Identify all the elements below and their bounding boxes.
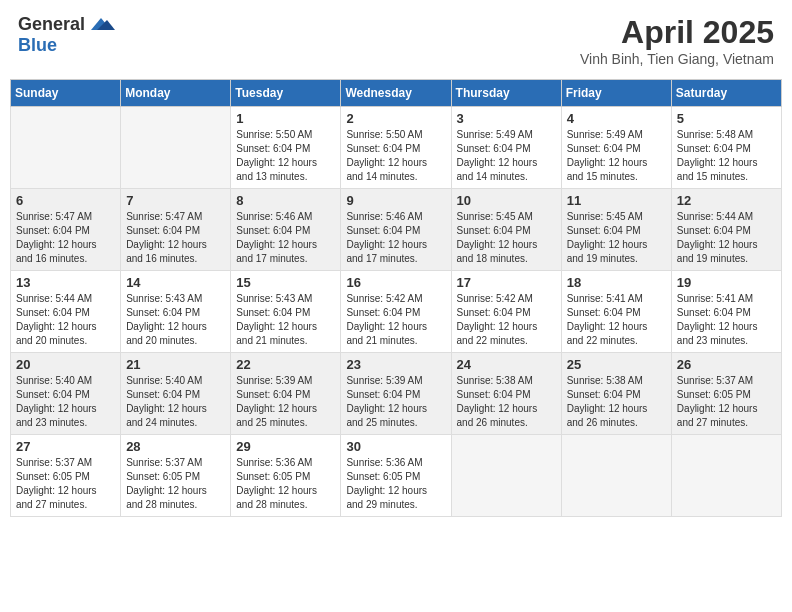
title-section: April 2025 Vinh Binh, Tien Giang, Vietna… [580, 14, 774, 67]
day-number: 10 [457, 193, 556, 208]
day-number: 17 [457, 275, 556, 290]
calendar-day-cell: 26Sunrise: 5:37 AMSunset: 6:05 PMDayligh… [671, 353, 781, 435]
calendar-day-cell: 23Sunrise: 5:39 AMSunset: 6:04 PMDayligh… [341, 353, 451, 435]
calendar-day-cell: 9Sunrise: 5:46 AMSunset: 6:04 PMDaylight… [341, 189, 451, 271]
day-number: 16 [346, 275, 445, 290]
day-number: 19 [677, 275, 776, 290]
calendar-day-cell: 10Sunrise: 5:45 AMSunset: 6:04 PMDayligh… [451, 189, 561, 271]
calendar-week-row: 20Sunrise: 5:40 AMSunset: 6:04 PMDayligh… [11, 353, 782, 435]
day-number: 2 [346, 111, 445, 126]
day-number: 8 [236, 193, 335, 208]
day-number: 26 [677, 357, 776, 372]
day-number: 14 [126, 275, 225, 290]
day-info: Sunrise: 5:50 AMSunset: 6:04 PMDaylight:… [236, 128, 335, 184]
day-info: Sunrise: 5:48 AMSunset: 6:04 PMDaylight:… [677, 128, 776, 184]
day-info: Sunrise: 5:44 AMSunset: 6:04 PMDaylight:… [677, 210, 776, 266]
calendar-week-row: 27Sunrise: 5:37 AMSunset: 6:05 PMDayligh… [11, 435, 782, 517]
day-number: 24 [457, 357, 556, 372]
calendar-day-cell: 24Sunrise: 5:38 AMSunset: 6:04 PMDayligh… [451, 353, 561, 435]
calendar-day-cell: 29Sunrise: 5:36 AMSunset: 6:05 PMDayligh… [231, 435, 341, 517]
calendar-day-cell: 2Sunrise: 5:50 AMSunset: 6:04 PMDaylight… [341, 107, 451, 189]
calendar-day-cell: 18Sunrise: 5:41 AMSunset: 6:04 PMDayligh… [561, 271, 671, 353]
day-number: 15 [236, 275, 335, 290]
calendar-day-cell [671, 435, 781, 517]
day-number: 6 [16, 193, 115, 208]
day-info: Sunrise: 5:46 AMSunset: 6:04 PMDaylight:… [236, 210, 335, 266]
calendar-day-cell [451, 435, 561, 517]
day-info: Sunrise: 5:39 AMSunset: 6:04 PMDaylight:… [346, 374, 445, 430]
calendar-day-cell: 12Sunrise: 5:44 AMSunset: 6:04 PMDayligh… [671, 189, 781, 271]
day-info: Sunrise: 5:42 AMSunset: 6:04 PMDaylight:… [346, 292, 445, 348]
calendar-day-cell [11, 107, 121, 189]
day-info: Sunrise: 5:37 AMSunset: 6:05 PMDaylight:… [16, 456, 115, 512]
calendar-table: SundayMondayTuesdayWednesdayThursdayFrid… [10, 79, 782, 517]
day-info: Sunrise: 5:41 AMSunset: 6:04 PMDaylight:… [677, 292, 776, 348]
weekday-header: Sunday [11, 80, 121, 107]
day-number: 1 [236, 111, 335, 126]
page-header: General Blue April 2025 Vinh Binh, Tien … [10, 10, 782, 71]
day-number: 21 [126, 357, 225, 372]
day-info: Sunrise: 5:43 AMSunset: 6:04 PMDaylight:… [236, 292, 335, 348]
calendar-day-cell [121, 107, 231, 189]
calendar-day-cell: 21Sunrise: 5:40 AMSunset: 6:04 PMDayligh… [121, 353, 231, 435]
day-info: Sunrise: 5:38 AMSunset: 6:04 PMDaylight:… [457, 374, 556, 430]
logo-icon [87, 16, 115, 34]
weekday-header: Tuesday [231, 80, 341, 107]
day-number: 7 [126, 193, 225, 208]
calendar-day-cell: 1Sunrise: 5:50 AMSunset: 6:04 PMDaylight… [231, 107, 341, 189]
day-number: 23 [346, 357, 445, 372]
day-info: Sunrise: 5:37 AMSunset: 6:05 PMDaylight:… [126, 456, 225, 512]
calendar-day-cell: 13Sunrise: 5:44 AMSunset: 6:04 PMDayligh… [11, 271, 121, 353]
calendar-day-cell: 11Sunrise: 5:45 AMSunset: 6:04 PMDayligh… [561, 189, 671, 271]
day-number: 3 [457, 111, 556, 126]
calendar-day-cell: 16Sunrise: 5:42 AMSunset: 6:04 PMDayligh… [341, 271, 451, 353]
day-info: Sunrise: 5:44 AMSunset: 6:04 PMDaylight:… [16, 292, 115, 348]
weekday-header: Thursday [451, 80, 561, 107]
day-info: Sunrise: 5:40 AMSunset: 6:04 PMDaylight:… [16, 374, 115, 430]
logo-general-text: General [18, 14, 85, 35]
calendar-week-row: 6Sunrise: 5:47 AMSunset: 6:04 PMDaylight… [11, 189, 782, 271]
day-info: Sunrise: 5:39 AMSunset: 6:04 PMDaylight:… [236, 374, 335, 430]
calendar-day-cell: 14Sunrise: 5:43 AMSunset: 6:04 PMDayligh… [121, 271, 231, 353]
day-info: Sunrise: 5:42 AMSunset: 6:04 PMDaylight:… [457, 292, 556, 348]
month-title: April 2025 [580, 14, 774, 51]
weekday-header: Saturday [671, 80, 781, 107]
day-number: 29 [236, 439, 335, 454]
day-info: Sunrise: 5:47 AMSunset: 6:04 PMDaylight:… [126, 210, 225, 266]
calendar-day-cell: 27Sunrise: 5:37 AMSunset: 6:05 PMDayligh… [11, 435, 121, 517]
day-number: 20 [16, 357, 115, 372]
calendar-day-cell: 3Sunrise: 5:49 AMSunset: 6:04 PMDaylight… [451, 107, 561, 189]
calendar-day-cell: 20Sunrise: 5:40 AMSunset: 6:04 PMDayligh… [11, 353, 121, 435]
day-info: Sunrise: 5:49 AMSunset: 6:04 PMDaylight:… [457, 128, 556, 184]
calendar-day-cell: 8Sunrise: 5:46 AMSunset: 6:04 PMDaylight… [231, 189, 341, 271]
day-number: 25 [567, 357, 666, 372]
day-number: 12 [677, 193, 776, 208]
day-info: Sunrise: 5:41 AMSunset: 6:04 PMDaylight:… [567, 292, 666, 348]
calendar-body: 1Sunrise: 5:50 AMSunset: 6:04 PMDaylight… [11, 107, 782, 517]
day-number: 30 [346, 439, 445, 454]
day-info: Sunrise: 5:40 AMSunset: 6:04 PMDaylight:… [126, 374, 225, 430]
day-info: Sunrise: 5:37 AMSunset: 6:05 PMDaylight:… [677, 374, 776, 430]
location-text: Vinh Binh, Tien Giang, Vietnam [580, 51, 774, 67]
day-info: Sunrise: 5:50 AMSunset: 6:04 PMDaylight:… [346, 128, 445, 184]
day-info: Sunrise: 5:46 AMSunset: 6:04 PMDaylight:… [346, 210, 445, 266]
day-info: Sunrise: 5:38 AMSunset: 6:04 PMDaylight:… [567, 374, 666, 430]
calendar-day-cell: 7Sunrise: 5:47 AMSunset: 6:04 PMDaylight… [121, 189, 231, 271]
day-info: Sunrise: 5:36 AMSunset: 6:05 PMDaylight:… [236, 456, 335, 512]
calendar-day-cell: 5Sunrise: 5:48 AMSunset: 6:04 PMDaylight… [671, 107, 781, 189]
calendar-day-cell: 15Sunrise: 5:43 AMSunset: 6:04 PMDayligh… [231, 271, 341, 353]
day-number: 13 [16, 275, 115, 290]
calendar-day-cell: 28Sunrise: 5:37 AMSunset: 6:05 PMDayligh… [121, 435, 231, 517]
calendar-day-cell: 19Sunrise: 5:41 AMSunset: 6:04 PMDayligh… [671, 271, 781, 353]
day-number: 22 [236, 357, 335, 372]
calendar-day-cell [561, 435, 671, 517]
day-info: Sunrise: 5:43 AMSunset: 6:04 PMDaylight:… [126, 292, 225, 348]
calendar-day-cell: 30Sunrise: 5:36 AMSunset: 6:05 PMDayligh… [341, 435, 451, 517]
logo: General Blue [18, 14, 115, 56]
day-number: 4 [567, 111, 666, 126]
day-number: 11 [567, 193, 666, 208]
weekday-row: SundayMondayTuesdayWednesdayThursdayFrid… [11, 80, 782, 107]
day-number: 9 [346, 193, 445, 208]
calendar-day-cell: 22Sunrise: 5:39 AMSunset: 6:04 PMDayligh… [231, 353, 341, 435]
calendar-day-cell: 6Sunrise: 5:47 AMSunset: 6:04 PMDaylight… [11, 189, 121, 271]
